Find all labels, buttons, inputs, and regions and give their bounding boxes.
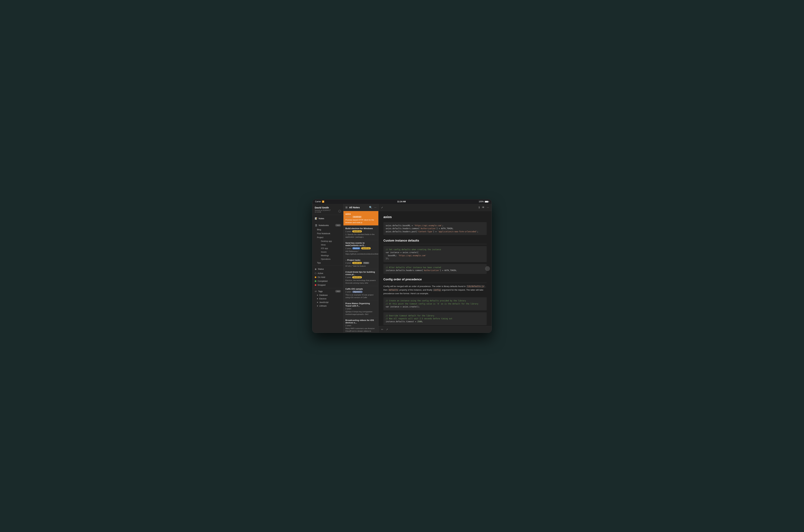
- preview-icon[interactable]: 👁: [482, 206, 485, 209]
- note-meta: 2 yearsJavaScriptTODO: [345, 262, 377, 264]
- sidebar-item-notebooks[interactable]: 📓 Notebooks Add: [312, 223, 343, 228]
- tag-item-database[interactable]: Database: [312, 293, 343, 297]
- status-section: ◉ Status Active On Hold Completed: [312, 266, 343, 288]
- share-icon[interactable]: ↗: [386, 328, 388, 331]
- note-meta: 2 yearsJavaScript: [345, 276, 377, 279]
- sidebar-notes-label: Notes: [318, 217, 341, 220]
- chevron-down-icon[interactable]: [339, 210, 341, 212]
- notes-icon: 📝: [315, 217, 317, 220]
- compose-icon[interactable]: ✏: [381, 328, 383, 331]
- inline-code-defaults2: defaults: [388, 289, 399, 291]
- user-name: David Smith: [315, 206, 341, 209]
- code-block-alter-defaults: // Alter defaults after instance has bee…: [383, 264, 487, 274]
- onhold-dot: [315, 277, 316, 278]
- note-item-axios[interactable]: axios 2 yearsJavaScript Promise based HT…: [343, 211, 378, 226]
- note-tag-badge: JavaScript: [352, 216, 362, 218]
- notebook-child-meetings[interactable]: Meetings: [314, 254, 343, 258]
- bottom-toolbar: ✏ ↗: [379, 326, 492, 332]
- status-icon: ◉: [315, 268, 316, 270]
- completed-label: Completed: [318, 280, 327, 282]
- comment-timeout-zero: // At this point the timeout config valu…: [386, 302, 485, 305]
- code-line-3: axios.defaults.headers.post['Content-Typ…: [386, 230, 485, 233]
- note-age: 2 years: [345, 247, 351, 249]
- note-item-prava-travel[interactable]: Prava Makes Organizing Travel with F... …: [343, 301, 378, 317]
- more-options-icon[interactable]: ···: [487, 206, 489, 209]
- tag-item-javascript[interactable]: JavaScript: [312, 301, 343, 304]
- status-label: Status: [318, 268, 341, 270]
- note-item-send-key-events[interactable]: Send key events to webContents on E... 2…: [343, 240, 378, 257]
- code-baseurl: baseURL: 'https://api.example.com': [386, 254, 485, 257]
- note-item-caffe-ios[interactable]: Caffe iOS sample 2 yearsObjective-C This…: [343, 286, 378, 301]
- expand-icon[interactable]: ⤢: [381, 206, 383, 209]
- device-frame: Carrier 📶 11:14 AM 100% David Smith Sync…: [312, 199, 492, 333]
- notebook-label-blog: Blog: [317, 229, 321, 231]
- notebook-item-tips[interactable]: Tips: [312, 261, 343, 265]
- status-item-active[interactable]: Active: [312, 271, 343, 275]
- tag-item-lifehack[interactable]: Lifehack: [312, 304, 343, 308]
- note-age: 2 years: [345, 308, 351, 310]
- note-tag-badge: JavaScript: [352, 262, 362, 264]
- notebook-label-tips: Tips: [317, 262, 321, 264]
- note-age: 2 years: [345, 216, 351, 218]
- active-label: Active: [318, 272, 323, 274]
- code-comment-1: // Set config defaults when creating the…: [386, 248, 485, 251]
- notebook-item-blog[interactable]: Blog: [312, 228, 343, 232]
- tag-item-electron[interactable]: Electron: [312, 297, 343, 301]
- sidebar-item-notes[interactable]: 📝 Notes: [312, 216, 343, 221]
- tag-label-database: Database: [319, 294, 328, 296]
- sidebar-item-status[interactable]: ◉ Status: [312, 267, 343, 271]
- note-item-cross-platform-tips[interactable]: 4 must-know tips for building cross pl..…: [343, 269, 378, 286]
- notebook-item-project[interactable]: Project: [312, 235, 343, 240]
- user-sync: Synced at 2018/04/17 11:13:08: [315, 209, 341, 213]
- notebook-item-first[interactable]: First Notebook: [312, 232, 343, 235]
- info-icon[interactable]: ℹ: [479, 206, 480, 209]
- note-tag-badge: JavaScript: [361, 247, 371, 249]
- code-create: var instance = axios.create();: [386, 305, 485, 308]
- status-item-onhold[interactable]: On Hold: [312, 275, 343, 279]
- initial-code-block: axios.defaults.baseURL = 'https://api.ex…: [383, 222, 487, 235]
- notes-container: axios 2 yearsJavaScript Promise based HT…: [343, 211, 378, 332]
- tag-dot-lifehack: [317, 305, 318, 306]
- code-block-create-instance: // Create an instance using the config d…: [383, 297, 487, 310]
- notebook-child-ios[interactable]: iOS app: [314, 247, 343, 250]
- notebook-child-operations[interactable]: Operations: [314, 258, 343, 261]
- layout-icon[interactable]: ⊞: [345, 206, 348, 209]
- code-block-override-library: // Override timeout default for the libr…: [383, 312, 487, 325]
- notebook-child-ideas[interactable]: Ideas: [314, 243, 343, 247]
- notebook-child-desktop[interactable]: Desktop app: [314, 240, 343, 243]
- notes-scroll[interactable]: axios 2 yearsJavaScript Promise based HT…: [343, 211, 378, 332]
- code-block-instance-create: // Set config defaults when creating the…: [383, 246, 487, 262]
- note-item-project-tasks[interactable]: ○Project tasks 2 yearsJavaScriptTODO ## …: [343, 257, 378, 269]
- code-var-instance: var instance = axios.create({: [386, 251, 485, 254]
- tags-add-button[interactable]: Add: [335, 290, 341, 292]
- editor: ⤢ ℹ 👁 ··· axios axios.defaults.baseURL =…: [379, 204, 492, 332]
- more-icon[interactable]: ···: [374, 206, 377, 209]
- note-preview: ### Reference * https://github.com/elect…: [345, 250, 377, 255]
- section-config-order: Config order of precedence: [383, 277, 487, 283]
- note-age: 2 years: [345, 230, 351, 232]
- code-comment-2: // Alter defaults after instance has bee…: [386, 266, 485, 269]
- status-bar: Carrier 📶 11:14 AM 100%: [312, 200, 492, 204]
- code-close-brace: });: [386, 257, 485, 260]
- notebook-label-project: Project: [317, 236, 323, 239]
- search-icon[interactable]: 🔍: [369, 206, 372, 209]
- note-checkbox: ○: [345, 259, 347, 261]
- note-tag-badge: Objective-C: [352, 291, 363, 293]
- status-item-completed[interactable]: Completed: [312, 279, 343, 283]
- notebooks-add-button[interactable]: Add: [335, 224, 341, 227]
- note-preview: 1. Specify the standard fields in the ap…: [345, 233, 377, 238]
- completed-dot: [315, 280, 316, 282]
- status-item-dropped[interactable]: Dropped: [312, 283, 343, 287]
- status-bar-time: 11:14 AM: [397, 201, 406, 203]
- notebook-child-issues[interactable]: Issues: [314, 250, 343, 254]
- notebooks-section: 📓 Notebooks Add Blog First Notebook Proj…: [312, 222, 343, 266]
- notebooks-label: Notebooks: [318, 224, 334, 227]
- tag-dot-database: [317, 295, 318, 296]
- editor-content[interactable]: axios axios.defaults.baseURL = 'https://…: [379, 211, 492, 326]
- notes-list-title: All Notes: [349, 206, 360, 209]
- note-item-broadcasting-ios[interactable]: Broadcasting videos for iOS devices o...…: [343, 317, 378, 332]
- tag-label-electron: Electron: [319, 298, 327, 300]
- note-meta: 2 yearsElectronJavaScript: [345, 247, 377, 249]
- note-item-build-electron[interactable]: Build electron for Windows 2 yearsJavaSc…: [343, 226, 378, 240]
- note-meta: 2 years: [345, 324, 377, 326]
